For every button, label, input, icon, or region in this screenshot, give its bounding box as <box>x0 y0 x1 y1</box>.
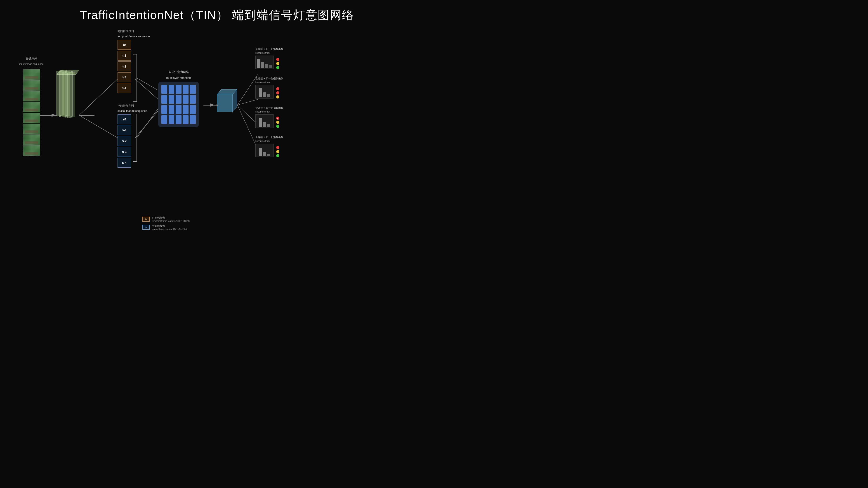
output-4: 全连接 + 归一化指数函数 linear+softmax ↑ ← ← <box>255 135 283 157</box>
img-frame-3 <box>23 102 40 112</box>
temporal-box-t2: t-2 <box>118 61 131 71</box>
legend-temporal-zh: 时间帧特征 <box>152 216 190 220</box>
chart-bar-3-3 <box>267 124 270 127</box>
arrow-attention-to-output <box>204 104 218 106</box>
img-frame-6 <box>23 134 40 145</box>
attention-node-18 <box>183 115 189 124</box>
spatial-box-s4: s-4 <box>118 158 131 168</box>
arrow-3-4: ← <box>276 154 279 157</box>
img-frame-2 <box>23 91 40 101</box>
spatial-box-s1: s-1 <box>118 125 131 135</box>
output-cuboid <box>217 89 237 112</box>
attention-node-13 <box>183 105 189 114</box>
spatial-label-zh: 空间特征序列 <box>118 104 147 108</box>
temporal-label-en: temporal feature sequence <box>118 35 150 38</box>
arrow-up-2: ↑ <box>276 87 279 90</box>
spatial-feature-section: 空间特征序列 spatial feature sequence s0 s-1 s… <box>118 104 147 168</box>
chart-bar-2 <box>261 62 264 68</box>
attention-node-7 <box>176 95 182 104</box>
svg-line-1 <box>79 79 118 115</box>
attention-node-17 <box>176 115 182 124</box>
attention-section: 多层注意力网络 multilayer attention <box>158 70 199 127</box>
spatial-box-s3: s-3 <box>118 147 131 157</box>
legend-temporal: tx 时间帧特征 temporal frame feature (1×1×1×1… <box>143 216 190 222</box>
spatial-label-en: spatial feature sequence <box>118 109 147 113</box>
img-frame-4 <box>23 113 40 123</box>
attention-label-zh: 多层注意力网络 <box>158 70 199 74</box>
arrow-3-3: ↑ <box>276 125 279 128</box>
output-1-label-zh: 全连接 + 归一化指数函数 <box>255 47 283 51</box>
direction-arrows-4: ↑ ← ← <box>276 146 279 157</box>
chart-bar-3-2 <box>263 122 266 127</box>
output-3-visual: ● → ↑ <box>255 114 283 128</box>
attention-node-15 <box>161 115 167 124</box>
arrow-1-4: ↑ <box>276 146 279 149</box>
chart-bar-4-2 <box>263 152 266 156</box>
spatial-feature-boxes: s0 s-1 s-2 s-3 s-4 <box>118 114 147 168</box>
legend-sx-box: Sx <box>143 225 150 230</box>
attention-node-9 <box>190 95 196 104</box>
temporal-box-t1: t-1 <box>118 51 131 61</box>
output-1-visual <box>255 56 283 69</box>
chart-bar-4-3 <box>267 154 270 156</box>
input-label-zh: 图像序列 <box>26 57 37 61</box>
img-frame-0 <box>23 69 40 80</box>
chart-bar-3 <box>265 64 268 68</box>
temporal-feature-boxes: t0 t-1 t-2 t-3 t-4 <box>118 40 150 93</box>
legend-temporal-en: temporal frame feature (1×1×1×1024) <box>152 220 190 222</box>
light-yellow-1 <box>276 62 279 65</box>
attention-node-3 <box>183 85 189 94</box>
arrow-down-2: ↑ <box>276 95 279 98</box>
legend-tx-box: tx <box>143 217 150 222</box>
legend-spatial-zh: 空间帧特征 <box>152 224 187 228</box>
direction-arrows-2: ↑ ↑ ↑ <box>276 87 279 98</box>
cuboid-shape <box>217 89 237 112</box>
chart-bar-2-2 <box>263 92 266 97</box>
output-2-chart <box>255 85 274 98</box>
chart-bar-1 <box>257 59 260 68</box>
cnn-block <box>56 70 79 124</box>
input-label-en: input image sequence <box>19 62 43 66</box>
attention-label-en: multilayer attention <box>158 76 199 80</box>
temporal-box-t0: t0 <box>118 40 131 50</box>
attention-node-19 <box>190 115 196 124</box>
attention-node-6 <box>168 95 175 104</box>
attention-node-2 <box>176 85 182 94</box>
spatial-box-s2: s-2 <box>118 136 131 146</box>
svg-line-8 <box>237 99 258 105</box>
chart-bar-2-3 <box>267 94 270 97</box>
attention-grid <box>158 82 199 127</box>
attention-node-16 <box>168 115 175 124</box>
arrow-straight-2: ↑ <box>276 91 279 94</box>
direction-arrows-3: ● → ↑ <box>276 117 279 128</box>
arrow-1-3: ● <box>276 117 279 120</box>
output-4-label-zh: 全连接 + 归一化指数函数 <box>255 135 283 139</box>
arrow-input-to-cnn <box>40 114 57 117</box>
light-red-1 <box>276 58 279 61</box>
svg-line-9 <box>237 105 258 124</box>
legend-spatial: Sx 空间帧特征 spatial frame feature (1×1×1×10… <box>143 224 190 230</box>
attention-node-11 <box>168 105 175 114</box>
img-frame-1 <box>23 80 40 91</box>
attention-node-0 <box>161 85 167 94</box>
output-2: 全连接 + 归一化指数函数 linear+softmax ↑ ↑ ↑ <box>255 77 283 98</box>
cuboid-front-face <box>217 94 233 112</box>
output-1: 全连接 + 归一化指数函数 linear+softmax <box>255 47 283 69</box>
chart-bar-2-1 <box>259 88 262 97</box>
input-section: 图像序列 input image sequence <box>19 57 43 157</box>
svg-line-10 <box>237 105 258 149</box>
attention-node-4 <box>190 85 196 94</box>
temporal-feature-section: 时间特征序列 temporal feature sequence t0 t-1 … <box>118 29 150 93</box>
output-1-label-en: linear+softmax <box>255 52 283 54</box>
temporal-box-t4: t-4 <box>118 83 131 93</box>
attention-node-12 <box>176 105 182 114</box>
output-3-label-zh: 全连接 + 归一化指数函数 <box>255 106 283 109</box>
page-title: TrafficIntentionNet（TIN） 端到端信号灯意图网络 <box>0 0 434 23</box>
light-green-1 <box>276 66 279 69</box>
img-frame-5 <box>23 124 40 134</box>
img-frame-7 <box>23 145 40 156</box>
arrow-2-4: ← <box>276 150 279 153</box>
output-4-visual: ↑ ← ← <box>255 144 283 157</box>
traffic-lights-1 <box>276 58 279 69</box>
legend-spatial-text: 空间帧特征 spatial frame feature (1×1×1×1024) <box>152 224 187 230</box>
